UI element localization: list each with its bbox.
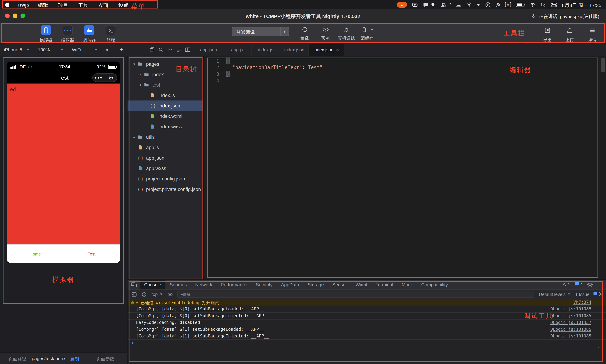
split-editor-icon[interactable] [185, 47, 191, 52]
console-source-link[interactable]: QLogic.js:101085 [550, 307, 591, 312]
devtools-tab-console[interactable]: Console [140, 280, 166, 289]
screen-capture-icon[interactable] [412, 2, 418, 8]
devtools-tab-terminal[interactable]: Terminal [371, 280, 398, 289]
device-select[interactable]: iPhone 5 ▼ [0, 44, 34, 56]
wifi-icon[interactable] [529, 2, 535, 8]
toolbar-action-bug-button[interactable]: 真机调试 [336, 25, 356, 41]
devtools-tab-network[interactable]: Network [191, 280, 217, 289]
issues-counter[interactable]: 1 Issue: 1 [575, 291, 602, 297]
tree-item-index.wxml[interactable]: index.wxml [128, 111, 203, 121]
warnings-badge[interactable]: ⚠ 1 [562, 282, 570, 287]
devtools-tab-appdata[interactable]: AppData [277, 280, 303, 289]
toolbar-terminal-button[interactable]: 终端 [101, 25, 121, 42]
tree-collapse-icon[interactable]: ▾ [138, 83, 143, 87]
toolbar-burger-button[interactable]: 详情 [582, 25, 602, 42]
menubar-item-1[interactable]: 编辑 [38, 1, 48, 8]
log-levels-select[interactable]: Default levels ▼ [539, 292, 570, 297]
console-settings-icon[interactable] [598, 291, 604, 297]
tree-item-project.private.config.json[interactable]: { }project.private.config.json [128, 184, 203, 194]
tree-collapse-icon[interactable]: ▾ [131, 62, 137, 66]
battery-icon[interactable] [516, 2, 524, 7]
tree-item-utils[interactable]: ▸utils [128, 132, 203, 142]
console-source-link[interactable]: QLogic.js:101085 [550, 313, 591, 318]
more-icon[interactable] [167, 47, 173, 52]
context-select[interactable]: top ▼ [151, 292, 163, 297]
editor-tab-index.js[interactable]: index.js [252, 44, 280, 56]
input-source-icon[interactable]: A [505, 2, 511, 7]
tree-expand-icon[interactable]: ▸ [131, 135, 137, 139]
copy-icon[interactable] [149, 47, 155, 52]
speaker-icon[interactable] [102, 44, 114, 56]
devtools-settings-icon[interactable] [587, 282, 593, 287]
toolbar-action-refresh-button[interactable]: 编译 [295, 25, 315, 41]
people-icon[interactable] [441, 2, 447, 8]
toolbar-upload-button[interactable]: 上传 [560, 25, 580, 42]
toolbar-export-button[interactable]: 导出 [537, 25, 557, 42]
microphone-status-icon[interactable] [397, 2, 407, 8]
spotlight-search-icon[interactable] [540, 2, 546, 8]
editor-tab-app.json[interactable]: app.json [194, 44, 223, 56]
devtools-tab-performance[interactable]: Performance [217, 280, 251, 289]
devtools-tab-sensor[interactable]: Sensor [328, 280, 351, 289]
devtools-tab-compatibility[interactable]: Compatibility [417, 280, 452, 289]
console-source-link[interactable]: VM7:374 [573, 300, 591, 305]
phone-tab-Test[interactable]: Test [63, 251, 120, 256]
devtools-tab-sources[interactable]: Sources [166, 280, 191, 289]
console-filter-input[interactable] [178, 291, 534, 298]
search-icon[interactable] [158, 47, 164, 52]
toolbar-editor-button[interactable]: </>编辑器 [57, 25, 77, 42]
editor-tab-index.json[interactable]: index.json [280, 44, 309, 56]
toolbar-action-eye-button[interactable]: 预览 [315, 25, 335, 41]
cloud-icon[interactable]: ☁ [456, 2, 461, 7]
editor-scrollbar[interactable] [601, 58, 605, 72]
apple-menu-icon[interactable] [5, 2, 10, 8]
toggle-device-toolbar-icon[interactable] [128, 280, 140, 289]
tree-item-index.wxss[interactable]: index.wxss [128, 121, 203, 132]
tree-item-index.js[interactable]: index.js [128, 90, 203, 100]
compile-mode-select[interactable]: 普通编译 ▼ [232, 27, 289, 36]
chevron-down-icon[interactable]: ▼ [369, 27, 374, 32]
console-sidebar-toggle-icon[interactable] [131, 292, 137, 297]
tree-item-index[interactable]: ▸index [128, 69, 203, 79]
menubar-item-5[interactable]: 设置 [118, 1, 128, 8]
tree-item-app.js[interactable]: app.js [128, 142, 203, 153]
toolbar-debugger-button[interactable]: 调试器 [79, 25, 99, 42]
expand-arrow-icon[interactable]: ▶ [136, 300, 138, 304]
vertical-more-icon[interactable]: ⁝ [597, 347, 603, 349]
tree-item-index.json[interactable]: { }index.json [128, 100, 203, 111]
devtools-tab-mock[interactable]: Mock [398, 280, 417, 289]
editor-tab-index.json[interactable]: index.json× [309, 44, 344, 56]
devtools-tab-storage[interactable]: Storage [303, 280, 328, 289]
tree-item-app.json[interactable]: { }app.json [128, 153, 203, 163]
phone-tab-Home[interactable]: Home [7, 251, 64, 256]
tree-item-pages[interactable]: ▾pages [128, 59, 203, 69]
add-tab-button[interactable]: + [114, 44, 129, 56]
code-editor[interactable]: 1{2 "navigationBarTitleText":"Test"3}4 [204, 56, 606, 279]
devtools-tab-wxml[interactable]: Wxml [351, 280, 371, 289]
tree-item-app.wxss[interactable]: app.wxss [128, 163, 203, 173]
messages-badge[interactable]: 1 [574, 282, 583, 287]
more-menu-button[interactable]: ●●● [93, 76, 104, 80]
menubar-item-3[interactable]: 工具 [78, 1, 88, 8]
toolbar-action-trash-button[interactable]: ▼清缓存 [357, 25, 377, 41]
editor-tab-app.js[interactable]: app.js [223, 44, 252, 56]
console-source-link[interactable]: QLogic.js:101437 [550, 320, 591, 325]
chat-bubble-icon[interactable] [423, 2, 428, 8]
outline-icon[interactable] [176, 47, 182, 52]
airdrop-icon[interactable]: ◎ [496, 2, 500, 7]
control-center-icon[interactable] [551, 2, 557, 8]
copy-path-link[interactable]: 复制 [70, 355, 79, 362]
bluetooth-icon[interactable] [466, 2, 472, 8]
console-source-link[interactable]: QLogic.js:101085 [550, 334, 591, 339]
play-circle-icon[interactable] [485, 2, 491, 8]
page-content[interactable]: red [7, 84, 120, 244]
network-select[interactable]: WiFi ▼ [68, 44, 102, 56]
tree-item-project.config.json[interactable]: { }project.config.json [128, 174, 203, 184]
close-tab-icon[interactable]: × [336, 47, 339, 52]
console-source-link[interactable]: QLogic.js:101085 [550, 327, 591, 332]
menubar-clock[interactable]: 6月3日 周一 17:35 [562, 1, 601, 8]
health-icon[interactable]: ♥ [477, 2, 480, 7]
devtools-tab-security[interactable]: Security [251, 280, 277, 289]
clear-console-icon[interactable] [142, 292, 147, 297]
tree-expand-icon[interactable]: ▸ [138, 72, 143, 76]
